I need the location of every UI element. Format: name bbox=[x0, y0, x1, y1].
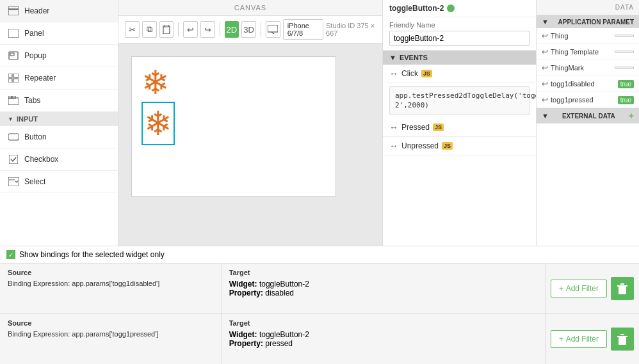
canvas-header: CANVAS bbox=[118, 0, 382, 16]
add-filter-button-1[interactable]: + Add Filter bbox=[551, 280, 607, 297]
sidebar-item-repeater[interactable]: Repeater bbox=[0, 67, 118, 90]
target-widget-1: Widget: toggleButton-2 bbox=[229, 280, 537, 289]
binding-actions-2: + Add Filter bbox=[546, 314, 639, 364]
click-event[interactable]: ↔ Click JS bbox=[383, 65, 536, 83]
canvas-toolbar: ✂ ⧉ ↩ ↪ 2D 3D iPhone 6/7/8 Studio ID 375… bbox=[118, 16, 382, 44]
svg-rect-17 bbox=[165, 25, 168, 27]
target-prop-value-2: pressed bbox=[265, 339, 293, 348]
cut-button[interactable]: ✂ bbox=[125, 21, 140, 38]
plus-icon-1: + bbox=[559, 284, 563, 293]
header-icon bbox=[8, 5, 19, 17]
2d-button[interactable]: 2D bbox=[225, 21, 239, 38]
repeater-label: Repeater bbox=[24, 74, 56, 83]
popup-icon bbox=[8, 50, 19, 61]
add-external-data-button[interactable]: + bbox=[629, 111, 634, 121]
binding-source-1: Source Binding Expression: app.params['t… bbox=[0, 264, 222, 313]
togg1pressed-label: togg1pressed bbox=[551, 96, 594, 104]
active-indicator bbox=[447, 4, 455, 12]
svg-rect-0 bbox=[8, 6, 19, 9]
unpressed-event[interactable]: ↔ Unpressed JS bbox=[383, 137, 536, 155]
togg1disabled-value: true bbox=[618, 80, 634, 88]
canvas-label: CANVAS bbox=[234, 4, 266, 12]
binding-section-1: Source Binding Expression: app.params['t… bbox=[0, 264, 639, 314]
toolbar-divider-1 bbox=[178, 22, 179, 36]
add-filter-button-2[interactable]: + Add Filter bbox=[551, 330, 607, 348]
source-expr-label-1: Binding Expression: bbox=[8, 280, 70, 287]
sidebar-item-panel[interactable]: Panel bbox=[0, 22, 118, 45]
sidebar-item-popup[interactable]: Popup bbox=[0, 45, 118, 67]
redo-button[interactable]: ↪ bbox=[200, 21, 215, 38]
click-label: Click bbox=[401, 69, 418, 78]
pressed-label: Pressed bbox=[401, 123, 430, 132]
tabs-label: Tabs bbox=[24, 96, 40, 105]
thing-icon: ↩ bbox=[542, 31, 548, 40]
source-expr-value-2: app.params['togg1pressed'] bbox=[72, 330, 158, 338]
widget-id: toggleButton-2 bbox=[389, 4, 455, 13]
togg1disabled-item[interactable]: ↩ togg1disabled true bbox=[537, 76, 639, 92]
screen-button[interactable] bbox=[266, 21, 280, 38]
svg-rect-1 bbox=[8, 10, 19, 15]
data-panel: DATA ▼ APPLICATION PARAMET ↩ Thing ↩ Thi… bbox=[537, 0, 639, 246]
sidebar-item-checkbox[interactable]: Checkbox bbox=[0, 148, 118, 171]
svg-rect-5 bbox=[8, 74, 12, 77]
repeater-icon bbox=[8, 72, 19, 84]
external-data-section[interactable]: ▼ EXTERNAL DATA + bbox=[537, 108, 639, 123]
panel-label: Panel bbox=[24, 29, 44, 38]
studio-info: Studio ID 375 × 667 bbox=[326, 22, 376, 37]
sidebar-item-select[interactable]: Select bbox=[0, 171, 118, 193]
sidebar-item-button[interactable]: Button bbox=[0, 126, 118, 148]
widget-id-label: toggleButton-2 bbox=[389, 4, 444, 13]
canvas-body[interactable]: ❄ ❄ bbox=[118, 44, 382, 246]
thingmark-label: ThingMark bbox=[551, 64, 584, 72]
show-bindings-label: Show bindings for the selected widget on… bbox=[19, 250, 165, 259]
unpressed-label: Unpressed bbox=[401, 141, 439, 150]
click-code: app.testPressed2dToggleDelay('toggleButt… bbox=[395, 91, 537, 109]
input-section-arrow: ▼ bbox=[8, 116, 13, 122]
delete-binding-button-1[interactable] bbox=[611, 277, 634, 300]
thing-template-item[interactable]: ↩ Thing Template bbox=[537, 44, 639, 60]
unpressed-js-badge: JS bbox=[442, 142, 453, 150]
popup-label: Popup bbox=[24, 51, 47, 60]
target-widget-2: Widget: toggleButton-2 bbox=[229, 330, 537, 339]
sidebar-item-header[interactable]: Header bbox=[0, 0, 118, 22]
togg1pressed-value: true bbox=[618, 96, 634, 104]
snowflake-2-selected[interactable]: ❄ bbox=[142, 102, 175, 145]
thing-template-label: Thing Template bbox=[551, 48, 599, 56]
device-selector[interactable]: iPhone 6/7/8 bbox=[283, 19, 323, 40]
target-widget-label-2: Widget: bbox=[229, 330, 257, 339]
sidebar-item-tabs[interactable]: Tabs bbox=[0, 90, 118, 112]
delete-binding-button-2[interactable] bbox=[611, 328, 634, 351]
data-panel-header: DATA bbox=[537, 0, 639, 15]
input-section-header: ▼ INPUT bbox=[0, 112, 118, 126]
target-prop-label-2: Property: bbox=[229, 339, 263, 348]
pressed-js-badge: JS bbox=[433, 123, 444, 131]
app-params-arrow: ▼ bbox=[542, 18, 549, 26]
paste-button[interactable] bbox=[159, 21, 174, 38]
togg1pressed-item[interactable]: ↩ togg1pressed true bbox=[537, 92, 639, 108]
svg-rect-8 bbox=[13, 79, 19, 83]
add-filter-label-2: Add Filter bbox=[566, 335, 599, 344]
add-filter-label-1: Add Filter bbox=[566, 284, 599, 293]
pressed-event[interactable]: ↔ Pressed JS bbox=[383, 118, 536, 137]
data-label: DATA bbox=[615, 4, 634, 11]
undo-button[interactable]: ↩ bbox=[183, 21, 198, 38]
target-widget-value-1: toggleButton-2 bbox=[259, 280, 309, 289]
source-expr-value-1: app.params['togg1disabled'] bbox=[72, 280, 159, 287]
friendly-name-input[interactable] bbox=[389, 31, 530, 46]
button-label: Button bbox=[24, 132, 47, 141]
binding-section-2: Source Binding Expression: app.params['t… bbox=[0, 314, 639, 364]
events-arrow: ▼ bbox=[389, 54, 396, 61]
show-bindings-checkbox[interactable]: ✓ bbox=[6, 250, 15, 259]
thing-item[interactable]: ↩ Thing bbox=[537, 28, 639, 44]
widget-header: toggleButton-2 bbox=[383, 0, 536, 17]
target-prop-2: Property: pressed bbox=[229, 339, 537, 348]
app-params-section[interactable]: ▼ APPLICATION PARAMET bbox=[537, 15, 639, 28]
source-expr-2: Binding Expression: app.params['togg1pre… bbox=[8, 330, 213, 338]
thingmark-item[interactable]: ↩ ThingMark bbox=[537, 60, 639, 76]
binding-source-2: Source Binding Expression: app.params['t… bbox=[0, 314, 222, 364]
3d-button[interactable]: 3D bbox=[241, 21, 256, 38]
click-js-badge: JS bbox=[421, 70, 432, 77]
togg1disabled-label: togg1disabled bbox=[551, 80, 595, 88]
target-label-1: Target bbox=[229, 269, 537, 276]
copy-button[interactable]: ⧉ bbox=[142, 21, 157, 38]
